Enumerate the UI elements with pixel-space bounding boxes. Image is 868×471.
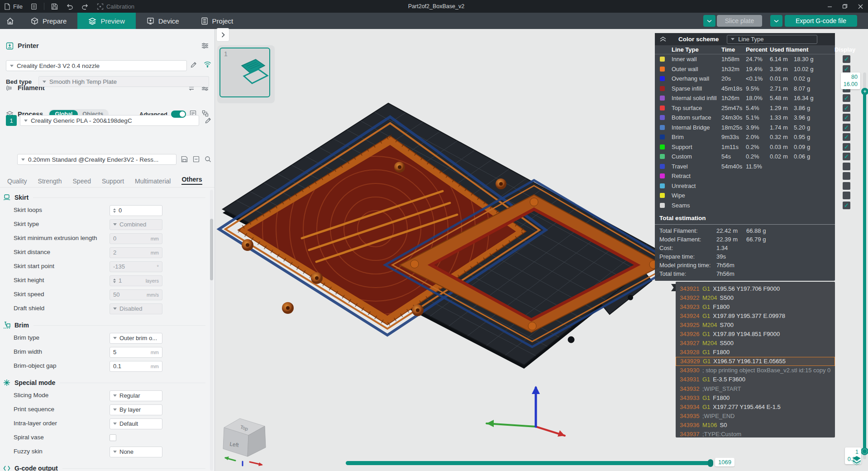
process-tab-strength[interactable]: Strength <box>38 178 62 185</box>
setting-select[interactable]: Disabled <box>110 303 162 314</box>
gcode-line[interactable]: 343935;WIPE_END <box>676 411 835 420</box>
process-tab-support[interactable]: Support <box>102 178 124 185</box>
plate-thumbnail[interactable]: 1 <box>219 48 270 97</box>
tab-project[interactable]: Project <box>190 13 244 29</box>
display-checkbox[interactable]: ✓ <box>843 104 850 112</box>
spinner-icon[interactable] <box>113 208 116 213</box>
delete-preset-icon[interactable] <box>193 156 200 164</box>
color-scheme-select[interactable]: Line Type <box>727 35 817 44</box>
setting-select[interactable]: None <box>110 447 162 457</box>
gcode-line[interactable]: 343933G1F1800 <box>676 393 835 402</box>
gcode-line[interactable]: 343931G1E-3.5 F3600 <box>676 375 835 384</box>
gcode-line[interactable]: 343936M106S0 <box>676 420 835 429</box>
display-checkbox[interactable]: ✓ <box>843 94 850 102</box>
search-parameter-icon[interactable] <box>205 156 211 164</box>
gcode-line[interactable]: 343928G1F1800 <box>676 348 835 357</box>
setting-select[interactable]: By layer <box>110 404 162 415</box>
tab-preview[interactable]: Preview <box>77 13 135 29</box>
move-slider-handle[interactable] <box>708 459 713 467</box>
gcode-line[interactable]: 343926G1X197.89 Y194.851 F9000 <box>676 329 835 338</box>
viewport-3d[interactable]: 1 Top Left <box>215 29 868 471</box>
bed-type-select[interactable]: Smooth High Temp Plate <box>38 76 209 87</box>
process-preset-select[interactable]: 0.20mm Standard @Creality Ender3V2 - Res… <box>17 154 176 165</box>
edit-printer-icon[interactable] <box>190 61 197 70</box>
setting-input[interactable]: 0.1mm <box>110 361 162 372</box>
collapse-legend-icon[interactable] <box>659 36 667 42</box>
save-preset-icon[interactable] <box>181 156 188 164</box>
setting-input[interactable]: 2mm <box>110 247 162 258</box>
spinner-icon[interactable] <box>113 279 116 283</box>
display-checkbox[interactable] <box>843 172 850 180</box>
redo-button[interactable] <box>77 0 93 13</box>
tab-prepare[interactable]: Prepare <box>20 13 77 29</box>
setting-input[interactable]: 0 <box>110 205 162 216</box>
home-button[interactable] <box>0 13 20 29</box>
settings-scrollbar[interactable] <box>210 190 213 471</box>
printer-settings-icon[interactable] <box>201 43 209 49</box>
undo-button[interactable] <box>62 0 77 13</box>
save-button[interactable] <box>47 0 62 13</box>
setting-select[interactable]: Default <box>110 418 162 429</box>
layer-slider-top-handle[interactable]: + <box>861 88 868 95</box>
setting-checkbox[interactable] <box>110 434 116 441</box>
display-checkbox[interactable] <box>843 192 850 199</box>
display-checkbox[interactable]: ✓ <box>843 143 850 151</box>
display-checkbox[interactable]: ✓ <box>843 55 850 63</box>
edit-filament-icon[interactable] <box>205 117 212 124</box>
layer-view-toggle[interactable] <box>850 454 863 466</box>
setting-input[interactable]: 5mm <box>110 347 162 358</box>
setting-input[interactable]: 0mm <box>110 233 162 244</box>
display-checkbox[interactable]: ✓ <box>843 124 850 131</box>
setting-select[interactable]: Combined <box>110 219 162 230</box>
display-checkbox[interactable] <box>843 182 850 190</box>
view-cube[interactable]: Top Left <box>223 415 275 467</box>
move-slider-track[interactable] <box>346 461 711 465</box>
display-checkbox[interactable]: ✓ <box>843 202 850 209</box>
process-tab-speed[interactable]: Speed <box>73 178 91 185</box>
scrollbar-thumb[interactable] <box>210 219 213 280</box>
setting-select[interactable]: Regular <box>110 390 162 401</box>
setting-select[interactable]: Outer brim o... <box>110 333 162 344</box>
gcode-line[interactable]: 343932;WIPE_START <box>676 384 835 393</box>
display-checkbox[interactable]: ✓ <box>843 153 850 160</box>
gcode-line[interactable]: 343929G1X196.57 Y196.171 E.05655 <box>676 357 835 366</box>
line-type-swatch <box>660 106 665 111</box>
setting-input[interactable]: -135° <box>110 261 162 272</box>
slice-plate-button[interactable]: Slice plate <box>717 15 762 27</box>
collapse-panel-button[interactable] <box>216 28 229 42</box>
file-menu[interactable]: File <box>0 0 27 13</box>
process-tab-others[interactable]: Others <box>181 176 202 185</box>
display-checkbox[interactable]: ✓ <box>843 65 850 73</box>
calibration-button[interactable]: Calibration <box>93 0 138 13</box>
display-checkbox[interactable]: ✓ <box>843 133 850 141</box>
gcode-line[interactable]: 343937;TYPE:Custom <box>676 430 835 439</box>
slice-options-dropdown[interactable] <box>703 15 715 27</box>
display-checkbox[interactable] <box>843 163 850 170</box>
view-cube-axes <box>224 457 263 466</box>
gcode-line[interactable]: 343930; stop printing object BoxBase_v2.… <box>676 366 835 375</box>
close-button[interactable] <box>853 0 868 13</box>
display-checkbox[interactable]: ✓ <box>843 114 850 121</box>
gcode-line[interactable]: 343934G1X197.277 Y195.464 E-1.5 <box>676 402 835 411</box>
export-gcode-button[interactable]: Export G-code file <box>785 15 857 27</box>
process-tab-quality[interactable]: Quality <box>7 178 27 185</box>
gcode-line[interactable]: 343927M204S500 <box>676 339 835 348</box>
gcode-line[interactable]: 343925M204S700 <box>676 320 835 329</box>
gcode-line[interactable]: 343923G1F1800 <box>676 302 835 311</box>
gcode-line[interactable]: 343922M204S500 <box>676 293 835 302</box>
setting-input[interactable]: 1layers <box>110 275 162 286</box>
process-tab-multimaterial[interactable]: Multimaterial <box>135 178 171 185</box>
gcode-line[interactable]: 343924G1X197.89 Y195.377 E.09978 <box>676 311 835 320</box>
wifi-icon[interactable] <box>204 61 211 70</box>
document-menu-button[interactable] <box>27 0 41 13</box>
line-type-weight: 18.30 g <box>794 56 823 62</box>
maximize-button[interactable] <box>837 0 853 13</box>
setting-input[interactable]: 50mm/s <box>110 289 162 300</box>
printer-select[interactable]: Creality Ender-3 V2 0.4 nozzle <box>6 60 187 71</box>
advanced-toggle[interactable] <box>171 111 186 118</box>
tab-device[interactable]: Device <box>136 13 190 29</box>
gcode-line[interactable]: 343921G1X195.56 Y197.706 F9000 <box>676 284 835 293</box>
export-options-dropdown[interactable] <box>770 15 782 27</box>
minimize-button[interactable] <box>822 0 837 13</box>
chevron-down-icon <box>24 120 28 122</box>
